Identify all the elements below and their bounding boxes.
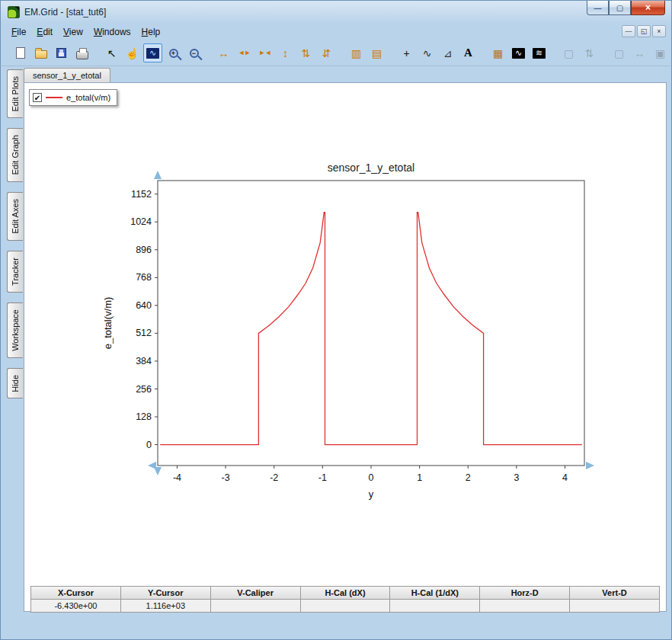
status-col-header: V-Caliper	[211, 587, 301, 600]
save-button-icon	[56, 48, 66, 58]
toolbar: ↖☝∿+−↔◄►►◄↕⇅⇵▥▤+∿⊿A▦∿≋▢⇅▢↔▣ Layout	[2, 40, 670, 66]
fit-horizontal-checkbox[interactable]: ▢	[610, 43, 629, 62]
y-full-scale-button-icon: ↕	[283, 48, 288, 59]
fit-page-button-icon: ▣	[655, 48, 665, 59]
pan-hand-button[interactable]: ☝	[123, 43, 142, 62]
y-zoom-in-button[interactable]: ⇅	[296, 43, 315, 62]
sidebar-tab-edit-graph[interactable]: Edit Graph	[7, 128, 23, 182]
x-zoom-in-button[interactable]: ◄►	[235, 43, 254, 62]
status-value-cell: -6.430e+00	[31, 600, 121, 613]
series-e-total-v-m-	[160, 213, 582, 445]
axes-curve-button[interactable]: ∿	[418, 43, 437, 62]
x-tick-label: 3	[514, 472, 519, 483]
window-controls: — ▢ ×	[587, 1, 665, 15]
x-tick-label: -3	[222, 472, 230, 483]
chart-title: sensor_1_y_etotal	[328, 162, 414, 174]
cursor-status-table: X-CursorY-CursorV-CaliperH-Cal (dX)H-Cal…	[30, 586, 660, 613]
fit-page-button[interactable]: ▣	[651, 43, 670, 62]
pan-hand-button-icon: ☝	[126, 48, 139, 59]
sidebar-tab-hide[interactable]: Hide	[7, 368, 23, 399]
new-document-button[interactable]	[11, 43, 30, 62]
x-full-scale-button-icon: ↔	[219, 48, 229, 59]
minimize-button[interactable]: —	[587, 1, 609, 15]
legend-label: e_total(v/m)	[66, 93, 110, 102]
y-zoom-in-button-icon: ⇅	[302, 48, 311, 59]
zoom-box-button-icon: ∿	[146, 48, 159, 59]
x-full-scale-button[interactable]: ↔	[214, 43, 233, 62]
status-col-header: Y-Cursor	[121, 587, 211, 600]
sidebar-tab-edit-axes[interactable]: Edit Axes	[7, 192, 23, 241]
select-cursor-button[interactable]: ↖	[102, 43, 121, 62]
zoom-in-button-icon: +	[169, 49, 178, 58]
mdi-minimize-button[interactable]: —	[622, 25, 635, 37]
tab-sensor-1-y-etotal[interactable]: sensor_1_y_etotal	[24, 68, 110, 83]
status-value-cell	[211, 600, 301, 613]
fit-vertical-checkbox[interactable]: ▢	[559, 43, 578, 62]
plot-workspace: ✔ e_total(v/m) 0128256384512640768896102…	[24, 82, 667, 612]
sidebar-tab-tracker[interactable]: Tracker	[7, 251, 23, 293]
mini-plot-button[interactable]: ▦	[488, 43, 507, 62]
status-value-cell	[390, 600, 480, 613]
y-full-scale-button[interactable]: ↕	[276, 43, 295, 62]
sidebar-tab-label: Tracker	[11, 258, 20, 286]
slope-marker-button[interactable]: ⊿	[438, 43, 457, 62]
status-col-header: H-Cal (1/dX)	[390, 587, 480, 600]
y-tick-label: 896	[136, 245, 152, 255]
zoom-out-button[interactable]: −	[184, 43, 203, 62]
y-tick-label: 640	[136, 300, 152, 311]
status-value-cell	[301, 600, 391, 613]
y-tick-label: 0	[146, 440, 152, 450]
split-columns-button[interactable]: ▥	[347, 43, 366, 62]
split-rows-button[interactable]: ▤	[367, 43, 386, 62]
maximize-button[interactable]: ▢	[609, 1, 631, 15]
fit-vertical-button-icon: ⇅	[585, 48, 594, 59]
x-zoom-out-button[interactable]: ►◄	[255, 43, 274, 62]
sidebar-tab-workspace[interactable]: Workspace	[7, 302, 23, 358]
menu-help[interactable]: Help	[136, 24, 166, 40]
sidebar-tab-strip: Edit PlotsEdit GraphEdit AxesTrackerWork…	[7, 69, 24, 408]
waveform-dual-dark-button[interactable]: ≋	[530, 43, 549, 62]
x-tick-label: -2	[270, 472, 278, 483]
open-file-button[interactable]	[31, 43, 50, 62]
status-value-cell	[570, 600, 660, 613]
zoom-in-button[interactable]: +	[164, 43, 183, 62]
axis-arrow-right-icon	[586, 462, 594, 469]
waveform-dark-button[interactable]: ∿	[509, 43, 528, 62]
y-tick-label: 768	[136, 272, 152, 283]
zoom-box-button[interactable]: ∿	[143, 43, 162, 62]
legend-line-sample	[46, 97, 62, 98]
chart-svg: 012825638451264076889610241152-4-3-2-101…	[101, 155, 596, 514]
title-bar: EM.Grid - [stat_tut6] — ▢ ×	[1, 1, 671, 24]
mdi-restore-button[interactable]: ◱	[637, 25, 651, 37]
waveform-dual-dark-button-icon: ≋	[533, 48, 546, 59]
save-button[interactable]	[52, 43, 71, 62]
fit-horizontal-button[interactable]: ↔	[630, 43, 649, 62]
close-button[interactable]: ×	[631, 1, 665, 15]
sidebar-tab-label: Edit Graph	[11, 135, 20, 175]
x-zoom-out-button-icon: ►◄	[259, 50, 271, 56]
sidebar-tab-edit-plots[interactable]: Edit Plots	[7, 69, 23, 118]
axes-curve-button-icon: ∿	[423, 48, 432, 59]
chart-canvas[interactable]: 012825638451264076889610241152-4-3-2-101…	[101, 155, 596, 514]
y-tick-label: 128	[136, 411, 152, 422]
menu-file[interactable]: File	[6, 24, 31, 40]
menu-windows[interactable]: Windows	[88, 24, 136, 40]
add-text-button[interactable]: A	[459, 43, 478, 62]
fit-horizontal-checkbox-icon: ▢	[614, 48, 624, 59]
app-logo-icon[interactable]	[8, 6, 20, 18]
menu-view[interactable]: View	[58, 24, 88, 40]
mdi-close-button[interactable]: ×	[652, 25, 666, 37]
fit-vertical-button[interactable]: ⇅	[580, 43, 599, 62]
x-zoom-in-button-icon: ◄►	[238, 50, 251, 56]
menu-edit[interactable]: Edit	[31, 24, 58, 40]
waveform-dark-button-icon: ∿	[512, 48, 525, 59]
print-button[interactable]	[72, 43, 91, 62]
open-file-button-icon	[35, 50, 47, 59]
x-axis-label: y	[369, 488, 374, 500]
add-marker-button[interactable]: +	[397, 43, 416, 62]
y-zoom-out-button[interactable]: ⇵	[317, 43, 336, 62]
y-zoom-out-button-icon: ⇵	[322, 48, 331, 59]
legend-checkbox[interactable]: ✔	[33, 93, 42, 102]
y-axis-label: e_total(v/m)	[102, 297, 114, 350]
window-title: EM.Grid - [stat_tut6]	[24, 7, 106, 18]
